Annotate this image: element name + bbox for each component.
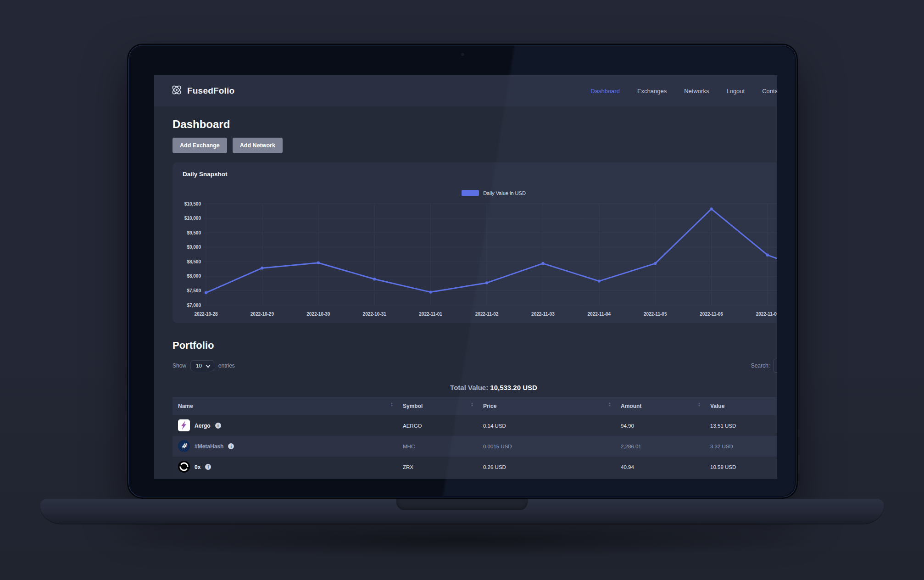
brand: FusedFolio: [171, 84, 234, 98]
svg-text:$10,000: $10,000: [184, 216, 201, 221]
entries-label: entries: [218, 362, 235, 369]
amount-cell: 2,286.01: [615, 436, 705, 457]
page-size-value: 10: [196, 363, 202, 368]
portfolio-table: Name▴▾Symbol▴▾Price▴▾Amount▴▾Value▴▾ Aer…: [173, 397, 777, 477]
name-cell: 0xi: [173, 457, 397, 477]
nav-item-networks[interactable]: Networks: [684, 88, 709, 95]
svg-text:2022-11-01: 2022-11-01: [419, 312, 442, 317]
page-size-select[interactable]: 10: [190, 360, 214, 371]
svg-text:$8,000: $8,000: [187, 273, 201, 279]
coin-name: 0x: [195, 464, 200, 470]
svg-text:$7,000: $7,000: [187, 303, 201, 308]
info-icon[interactable]: i: [228, 443, 234, 449]
svg-text:2022-10-29: 2022-10-29: [250, 312, 274, 317]
column-header-value[interactable]: Value▴▾: [705, 397, 777, 415]
svg-text:#: #: [181, 442, 188, 450]
page-content: Dashboard Add Exchange Add Network Daily…: [154, 117, 777, 477]
metahash-coin-icon: #: [178, 440, 190, 453]
sort-icon: ▴▾: [609, 402, 611, 407]
table-header-row: Name▴▾Symbol▴▾Price▴▾Amount▴▾Value▴▾: [173, 397, 777, 415]
table-controls: Show 10 entries Search:: [173, 359, 777, 373]
nav-item-exchanges[interactable]: Exchanges: [637, 88, 667, 95]
nav-item-contact[interactable]: Contact: [762, 88, 777, 95]
table-row: 0xiZRX0.26 USD40.9410.59 USD: [173, 457, 777, 477]
svg-text:2022-11-07: 2022-11-07: [756, 312, 777, 317]
svg-text:2022-11-03: 2022-11-03: [531, 312, 555, 317]
laptop-shadow: [87, 522, 837, 559]
laptop-screen: FusedFolio DashboardExchangesNetworksLog…: [130, 46, 795, 496]
search-input[interactable]: [774, 359, 777, 373]
symbol-cell: MHC: [397, 436, 478, 457]
value-cell: 3.32 USD: [705, 436, 777, 457]
symbol-cell: ZRX: [397, 457, 478, 477]
svg-text:$8,500: $8,500: [187, 259, 201, 264]
svg-text:2022-10-28: 2022-10-28: [194, 312, 218, 317]
aergo-coin-icon: [178, 419, 190, 432]
sort-icon: ▴▾: [698, 402, 700, 407]
column-header-price[interactable]: Price▴▾: [478, 397, 615, 415]
laptop-base: [40, 499, 884, 524]
total-value-amount: 10,533.20 USD: [490, 384, 537, 391]
0x-coin-icon: [178, 461, 190, 474]
column-header-symbol[interactable]: Symbol▴▾: [397, 397, 478, 415]
chevron-down-icon: [206, 363, 210, 368]
svg-text:$9,000: $9,000: [187, 245, 201, 250]
chart-title: Daily Snapshot: [183, 171, 777, 178]
name-cell: ##MetaHashi: [173, 436, 397, 457]
svg-text:2022-11-02: 2022-11-02: [475, 312, 499, 317]
page-size-control: Show 10 entries: [173, 360, 235, 371]
svg-text:2022-11-05: 2022-11-05: [644, 312, 667, 317]
app-header: FusedFolio DashboardExchangesNetworksLog…: [154, 75, 777, 106]
coin-name: Aergo: [195, 423, 211, 429]
page-title: Dashboard: [173, 117, 759, 131]
coin-name: #MetaHash: [195, 443, 223, 450]
svg-text:$7,500: $7,500: [187, 288, 201, 293]
amount-cell: 40.94: [615, 457, 705, 477]
atom-icon: [171, 84, 183, 98]
nav-item-dashboard[interactable]: Dashboard: [590, 88, 620, 95]
show-label: Show: [173, 362, 186, 369]
svg-text:$10,500: $10,500: [184, 201, 201, 206]
total-value-label: Total Value:: [450, 384, 488, 391]
total-value-line: Total Value: 10,533.20 USD: [173, 384, 777, 391]
column-header-amount[interactable]: Amount▴▾: [615, 397, 705, 415]
stage: FusedFolio DashboardExchangesNetworksLog…: [0, 0, 924, 580]
app-window: FusedFolio DashboardExchangesNetworksLog…: [154, 75, 777, 479]
daily-snapshot-chart: $10,500$10,000$9,500$9,000$8,500$8,000$7…: [173, 185, 777, 323]
nav-item-logout[interactable]: Logout: [726, 88, 745, 95]
svg-text:$9,500: $9,500: [187, 230, 201, 235]
search-label: Search:: [751, 362, 770, 369]
portfolio-title: Portfolio: [173, 340, 759, 351]
amount-cell: 94.90: [615, 415, 705, 436]
table-body: AergoiAERGO0.14 USD94.9013.51 USD##MetaH…: [173, 415, 777, 477]
add-exchange-button[interactable]: Add Exchange: [173, 138, 227, 153]
sort-icon: ▴▾: [471, 402, 473, 407]
webcam-dot: [461, 53, 464, 56]
action-buttons: Add Exchange Add Network: [173, 138, 759, 153]
add-network-button[interactable]: Add Network: [233, 138, 283, 153]
price-cell: 0.26 USD: [478, 457, 615, 477]
value-cell: 10.59 USD: [705, 457, 777, 477]
svg-text:2022-10-30: 2022-10-30: [306, 312, 330, 317]
search-control: Search:: [751, 359, 777, 373]
svg-text:2022-11-04: 2022-11-04: [587, 312, 611, 317]
price-cell: 0.0015 USD: [478, 436, 615, 457]
sort-icon: ▴▾: [391, 402, 393, 407]
price-cell: 0.14 USD: [478, 415, 615, 436]
table-row: AergoiAERGO0.14 USD94.9013.51 USD: [173, 415, 777, 436]
base-notch: [396, 499, 528, 510]
svg-text:2022-11-06: 2022-11-06: [700, 312, 723, 317]
main-nav: DashboardExchangesNetworksLogoutContact: [590, 88, 777, 95]
laptop-frame: FusedFolio DashboardExchangesNetworksLog…: [127, 44, 798, 499]
symbol-cell: AERGO: [397, 415, 478, 436]
name-cell: Aergoi: [173, 415, 397, 436]
brand-name: FusedFolio: [187, 86, 234, 96]
table-row: ##MetaHashiMHC0.0015 USD2,286.013.32 USD: [173, 436, 777, 457]
column-header-name[interactable]: Name▴▾: [173, 397, 397, 415]
value-cell: 13.51 USD: [705, 415, 777, 436]
info-icon[interactable]: i: [205, 464, 211, 470]
info-icon[interactable]: i: [215, 423, 221, 429]
daily-snapshot-card: Daily Snapshot Daily Value in USD $10,50…: [173, 162, 777, 323]
svg-text:2022-10-31: 2022-10-31: [363, 312, 387, 317]
